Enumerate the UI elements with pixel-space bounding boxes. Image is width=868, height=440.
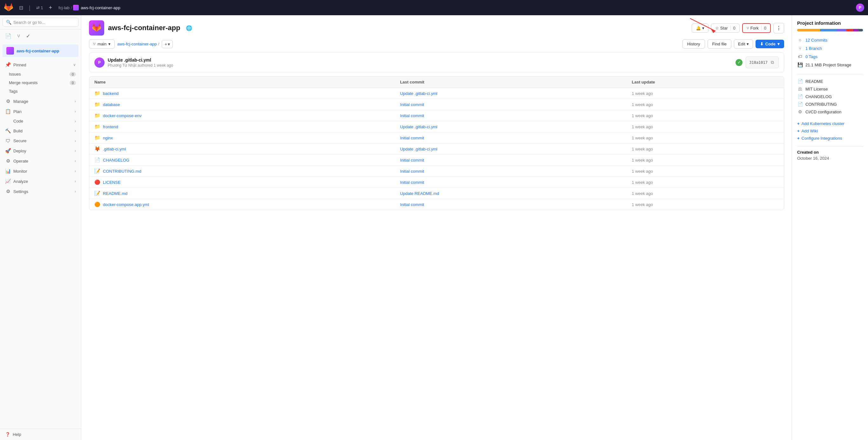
repo-actions-menu-btn[interactable]: ⋮ (773, 23, 784, 33)
commit-msg-link[interactable]: Initial commit (400, 180, 424, 185)
copy-hash-btn[interactable]: ⧉ (770, 59, 775, 66)
file-name-cell: 📝 README.md (94, 191, 390, 196)
commit-msg-link[interactable]: Update README.md (400, 191, 439, 196)
sidebar-item-plan[interactable]: 📋 Plan › (0, 106, 81, 116)
add-wiki-link[interactable]: + Add Wiki (797, 127, 863, 135)
file-table: Name Last commit Last update 📁 backend U… (89, 76, 784, 210)
sidebar-item-manage[interactable]: ⚙ Manage › (0, 96, 81, 106)
file-name-cell: 📝 CONTRIBUTING.md (94, 168, 390, 174)
sidebar-search-btn[interactable]: 🔍 Search or go to... (3, 18, 79, 27)
commit-msg-link[interactable]: Update .gitlab-ci.yml (400, 125, 437, 129)
create-new-btn[interactable]: + (49, 4, 53, 11)
commit-msg-link[interactable]: Initial commit (400, 113, 424, 118)
branch-selector-btn[interactable]: ⑂ main ▾ (89, 39, 115, 48)
file-name-link[interactable]: LICENSE (103, 180, 121, 185)
sidebar-item-deploy[interactable]: 🚀 Deploy › (0, 146, 81, 156)
stats-tags[interactable]: 🏷 0 Tags (797, 53, 863, 61)
commit-msg-link[interactable]: Update .gitlab-ci.yml (400, 147, 437, 151)
analyze-icon: 📈 (5, 178, 11, 184)
sidebar-icon-check[interactable]: ✓ (24, 31, 33, 41)
sidebar-item-issues[interactable]: Issues 0 (0, 70, 81, 78)
sidebar-item-settings[interactable]: ⚙ Settings › (0, 187, 81, 197)
operate-label: Operate (13, 159, 28, 164)
add-links: + Add Kubernetes cluster + Add Wiki + Co… (797, 120, 863, 142)
info-link-changelog[interactable]: 📄 CHANGELOG (797, 93, 863, 100)
sidebar-item-operate[interactable]: ⚙ Operate › (0, 156, 81, 166)
project-info-title: Project information (797, 20, 863, 26)
merge-request-btn[interactable]: ⇄ 1 (34, 3, 45, 12)
commit-author-link[interactable]: Phương Từ Nhật (108, 63, 136, 68)
sidebar-nav-items: ⚙ Manage › 📋 Plan › Code › 🔨 Build › (0, 96, 81, 197)
sidebar-item-tags[interactable]: Tags (0, 87, 81, 96)
configure-integrations-link[interactable]: + Configure Integrations (797, 135, 863, 142)
nav-divider: | (29, 4, 31, 11)
created-section: Created on October 16, 2024 (797, 150, 863, 161)
stats-branches[interactable]: ⑂ 1 Branch (797, 44, 863, 53)
sidebar-item-pinned[interactable]: 📌 Pinned ∨ (0, 60, 81, 70)
info-link-readme[interactable]: 📄 README (797, 77, 863, 85)
info-link-contributing[interactable]: 📄 CONTRIBUTING (797, 100, 863, 108)
code-btn[interactable]: ⬇ Code ▾ (755, 40, 784, 48)
find-file-btn[interactable]: Find file (708, 39, 732, 48)
sidebar-item-monitor[interactable]: 📊 Monitor › (0, 166, 81, 176)
configure-integrations-label: Configure Integrations (802, 136, 842, 141)
path-add-btn[interactable]: + ▾ (162, 40, 173, 48)
star-btn[interactable]: ☆ Star 0 (711, 24, 740, 33)
commit-msg-link[interactable]: Initial commit (400, 158, 424, 163)
commit-msg-link[interactable]: Update .gitlab-ci.yml (400, 91, 437, 96)
language-bar (797, 29, 863, 31)
notification-btn[interactable]: 🔔 ▾ (692, 24, 709, 33)
file-name-link[interactable]: database (103, 102, 120, 107)
analyze-label: Analyze (13, 179, 28, 184)
history-btn[interactable]: History (682, 39, 705, 48)
table-row: 📁 frontend Update .gitlab-ci.yml 1 week … (89, 121, 784, 132)
info-links: 📄 README ⚖ MIT License 📄 CHANGELOG 📄 CON… (797, 77, 863, 115)
commit-author-avatar: P (94, 58, 104, 68)
file-name-link[interactable]: CONTRIBUTING.md (103, 169, 142, 174)
license-label: MIT License (805, 87, 828, 92)
sidebar-help-item[interactable]: ❓ Help (0, 429, 81, 440)
settings-chevron: › (75, 189, 76, 194)
breadcrumb-group-link[interactable]: fcj-lab (58, 5, 69, 10)
commit-msg-link[interactable]: Initial commit (400, 169, 424, 174)
sidebar-item-secure[interactable]: 🛡 Secure › (0, 136, 81, 146)
repo-title: aws-fcj-container-app (108, 24, 180, 32)
file-name-link[interactable]: docker-compose.app.yml (103, 202, 149, 207)
sidebar-icon-branches[interactable]: ⑂ (14, 31, 23, 41)
sidebar-item-build[interactable]: 🔨 Build › (0, 126, 81, 136)
commit-hash-btn[interactable]: 318a1017 ⧉ (746, 57, 779, 68)
info-link-cicd[interactable]: ⚙ CI/CD configuration (797, 108, 863, 115)
created-label: Created on (797, 150, 863, 155)
file-icon: 📁 (94, 102, 100, 107)
sidebar-item-analyze[interactable]: 📈 Analyze › (0, 176, 81, 187)
user-avatar[interactable]: P (856, 3, 864, 12)
file-name-link[interactable]: .gitlab-ci.yml (103, 147, 126, 151)
add-kubernetes-link[interactable]: + Add Kubernetes cluster (797, 120, 863, 127)
sidebar-icon-pages[interactable]: 📄 (3, 31, 14, 41)
stats-commits[interactable]: ○ 12 Commits (797, 36, 863, 44)
col-last-update: Last update (627, 76, 784, 88)
sidebar-item-code[interactable]: Code › (0, 116, 81, 126)
plan-label: Plan (13, 109, 22, 114)
file-name-link[interactable]: README.md (103, 191, 127, 196)
sidebar-toggle-btn[interactable]: ⊟ (17, 3, 25, 12)
fork-btn[interactable]: ⑂ Fork 0 (742, 23, 771, 33)
file-name-link[interactable]: nginx (103, 136, 113, 140)
file-name-link[interactable]: frontend (103, 125, 118, 129)
sidebar-project-link[interactable]: aws-fcj-container-app (3, 44, 79, 57)
merge-requests-label: Merge requests (9, 80, 37, 85)
info-link-license[interactable]: ⚖ MIT License (797, 85, 863, 93)
commit-hash-text: 318a1017 (749, 60, 768, 65)
file-name-link[interactable]: docker-compose-env (103, 113, 142, 118)
sidebar-item-merge-requests[interactable]: Merge requests 0 (0, 78, 81, 87)
file-name-link[interactable]: CHANGELOG (103, 158, 129, 163)
main-content: aws-fcj-container-app 🌐 🔔 ▾ ☆ Star 0 (81, 15, 792, 440)
edit-btn[interactable]: Edit ▾ (734, 39, 753, 48)
path-root-link[interactable]: aws-fcj-container-app (117, 42, 157, 46)
plan-icon: 📋 (5, 109, 11, 114)
commit-msg-link[interactable]: Initial commit (400, 202, 424, 207)
file-name-link[interactable]: backend (103, 91, 119, 96)
commit-msg-link[interactable]: Initial commit (400, 102, 424, 107)
file-table-body: 📁 backend Update .gitlab-ci.yml 1 week a… (89, 88, 784, 210)
commit-msg-link[interactable]: Initial commit (400, 136, 424, 140)
